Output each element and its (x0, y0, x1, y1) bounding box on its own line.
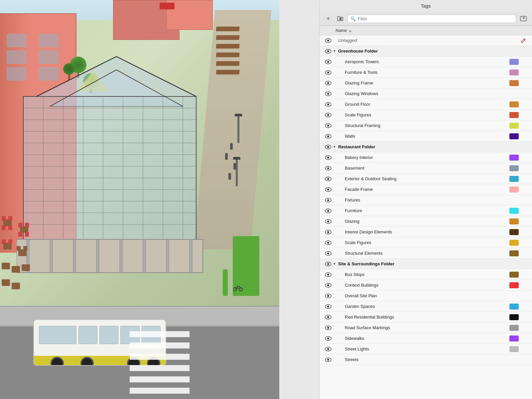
tag-color-interior-design[interactable] (509, 229, 519, 235)
tag-eye-sidewalks[interactable] (324, 336, 333, 341)
tag-row-context-buildings[interactable]: Context Buildings (320, 280, 532, 291)
tag-row-untagged[interactable]: Untagged (320, 35, 532, 46)
tag-row-exterior-outdoor-seating[interactable]: Exterior & Outdoor Seating (320, 174, 532, 184)
tag-eye-streets[interactable] (324, 357, 333, 362)
tag-eye-aeroponic-towers[interactable] (324, 60, 333, 64)
tag-color-furniture-tools[interactable] (509, 69, 519, 75)
tag-row-interior-design[interactable]: Interior Design Elements (320, 227, 532, 237)
tag-eye-glazing[interactable] (324, 219, 333, 224)
tag-row-glazing-frame[interactable]: Glazing Frame (320, 78, 532, 88)
tag-row-streets[interactable]: Streets (320, 354, 532, 365)
folder-arrow-restaurant-folder[interactable]: ▼ (333, 145, 338, 149)
bench-row (216, 27, 249, 78)
tag-eye-site-surroundings-folder[interactable] (324, 262, 333, 266)
tag-color-furniture[interactable] (509, 208, 519, 214)
tag-row-basement[interactable]: Basement (320, 163, 532, 174)
tag-color-sidewalks[interactable] (509, 335, 519, 341)
tag-row-greenhouse-folder[interactable]: ▼Greenhouse Folder (320, 46, 532, 57)
tag-color-aeroponic-towers[interactable] (509, 59, 519, 65)
tag-eye-bus-stops[interactable] (324, 272, 333, 277)
tag-eye-bakery-interior[interactable] (324, 155, 333, 160)
tag-row-garden-spaces[interactable]: Garden Spaces (320, 301, 532, 312)
tag-row-street-lights[interactable]: Street Lights (320, 344, 532, 354)
tag-eye-furniture[interactable] (324, 208, 333, 213)
tag-row-aeroponic-towers[interactable]: Aeroponic Towers (320, 57, 532, 67)
tag-eye-walls[interactable] (324, 134, 333, 139)
tag-row-scale-figures-r[interactable]: Scale Figures (320, 237, 532, 248)
tag-row-furniture[interactable]: Furniture (320, 205, 532, 216)
tag-color-structural-elements[interactable] (509, 250, 519, 256)
tag-eye-red-residential[interactable] (324, 315, 333, 320)
tag-eye-garden-spaces[interactable] (324, 304, 333, 309)
tag-row-ground-floor[interactable]: Ground Floor (320, 99, 532, 110)
tag-color-glazing-frame[interactable] (509, 80, 519, 86)
tag-color-structural-framing[interactable] (509, 123, 519, 129)
col-name-header[interactable]: Name ▲ (335, 28, 504, 33)
tag-row-bus-stops[interactable]: Bus Stops (320, 269, 532, 280)
tag-color-walls[interactable] (509, 133, 519, 139)
tag-color-glazing[interactable] (509, 218, 519, 224)
tag-color-exterior-outdoor-seating[interactable] (509, 176, 519, 182)
tag-eye-context-buildings[interactable] (324, 283, 333, 288)
tag-eye-exterior-outdoor-seating[interactable] (324, 177, 333, 181)
tag-color-ground-floor[interactable] (509, 101, 519, 107)
tag-eye-interior-design[interactable] (324, 230, 333, 234)
tag-eye-restaurant-folder[interactable] (324, 145, 333, 149)
tag-color-road-surface[interactable] (509, 325, 519, 331)
tag-row-restaurant-folder[interactable]: ▼Restaurant Folder (320, 142, 532, 152)
tag-row-facade-frame[interactable]: Facade Frame (320, 184, 532, 195)
tag-eye-basement[interactable] (324, 166, 333, 171)
tag-label-restaurant-folder: Restaurant Folder (338, 144, 509, 149)
tag-eye-overall-site-plan[interactable] (324, 294, 333, 298)
tag-row-structural-elements[interactable]: Structural Elements (320, 248, 532, 259)
tag-eye-glazing-frame[interactable] (324, 81, 333, 85)
tag-color-scale-figures-r[interactable] (509, 240, 519, 246)
tag-color-street-lights[interactable] (509, 346, 519, 352)
tag-row-glazing[interactable]: Glazing (320, 216, 532, 227)
tag-row-scale-figures-g[interactable]: Scale Figures (320, 110, 532, 120)
tag-eye-furniture-tools[interactable] (324, 70, 333, 75)
tag-color-red-residential[interactable] (509, 314, 519, 320)
tag-row-structural-framing[interactable]: Structural Framing (320, 120, 532, 131)
tag-eye-greenhouse-folder[interactable] (324, 49, 333, 54)
tag-row-furniture-tools[interactable]: Furniture & Tools (320, 67, 532, 78)
tag-color-bus-stops[interactable] (509, 272, 519, 278)
tag-color-basement[interactable] (509, 165, 519, 171)
tag-row-sidewalks[interactable]: Sidewalks (320, 333, 532, 344)
tag-color-bakery-interior[interactable] (509, 155, 519, 161)
tag-row-walls[interactable]: Walls (320, 131, 532, 142)
sort-icon: ▲ (348, 29, 352, 33)
tag-eye-scale-figures-g[interactable] (324, 113, 333, 117)
tag-color-garden-spaces[interactable] (509, 304, 519, 310)
tag-eye-fixtures[interactable] (324, 198, 333, 202)
tag-eye-scale-figures-r[interactable] (324, 240, 333, 245)
tag-edit-untagged[interactable] (519, 38, 528, 43)
tag-eye-untagged[interactable] (324, 38, 333, 43)
tag-eye-facade-frame[interactable] (324, 187, 333, 192)
add-tag-button[interactable]: + (324, 14, 333, 23)
tag-eye-glazing-windows[interactable] (324, 91, 333, 96)
folder-arrow-greenhouse-folder[interactable]: ▼ (333, 49, 338, 53)
tags-list[interactable]: Untagged ▼Greenhouse Folder Aeroponic To… (320, 35, 532, 399)
tag-row-overall-site-plan[interactable]: Overall Site Plan (320, 291, 532, 301)
tag-row-site-surroundings-folder[interactable]: ▼Site & Surroundings Folder (320, 259, 532, 269)
tag-label-garden-spaces: Garden Spaces (345, 304, 508, 309)
tag-eye-ground-floor[interactable] (324, 102, 333, 107)
export-button[interactable] (519, 14, 528, 23)
search-input[interactable] (358, 16, 513, 21)
tag-color-context-buildings[interactable] (509, 282, 519, 288)
tag-row-fixtures[interactable]: Fixtures (320, 195, 532, 205)
tag-color-scale-figures-g[interactable] (509, 112, 519, 118)
tag-eye-structural-framing[interactable] (324, 123, 333, 128)
tag-color-facade-frame[interactable] (509, 187, 519, 193)
tag-eye-structural-elements[interactable] (324, 251, 333, 256)
folder-arrow-site-surroundings-folder[interactable]: ▼ (333, 262, 338, 266)
tag-eye-street-lights[interactable] (324, 347, 333, 351)
tag-row-bakery-interior[interactable]: Bakery Interior (320, 152, 532, 163)
tag-row-road-surface[interactable]: Road Surface Markings (320, 323, 532, 333)
tag-row-glazing-windows[interactable]: Glazing Windows (320, 88, 532, 99)
tag-row-red-residential[interactable]: Red Residential Buildings (320, 312, 532, 323)
svg-point-103 (327, 242, 329, 244)
add-folder-button[interactable] (335, 14, 345, 23)
tag-eye-road-surface[interactable] (324, 326, 333, 330)
